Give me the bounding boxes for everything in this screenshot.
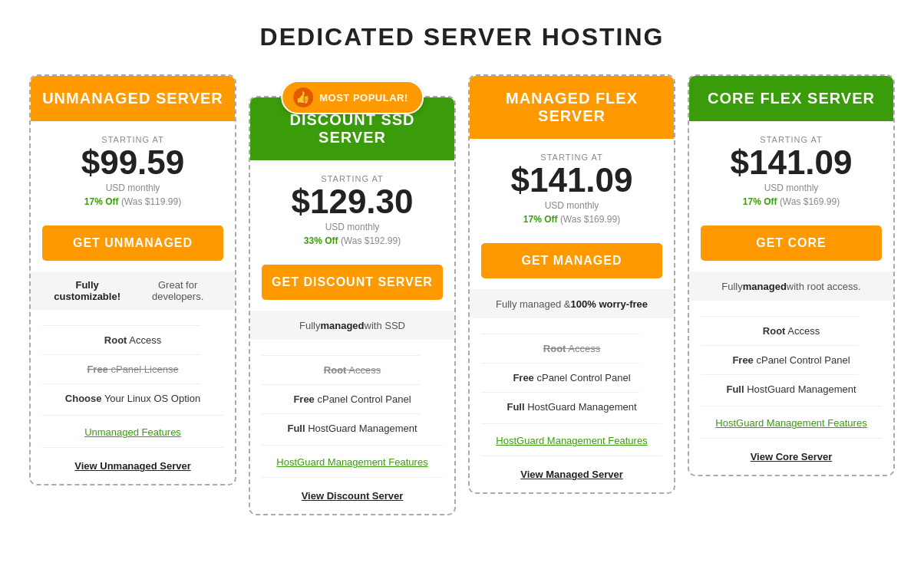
feature-divider	[481, 363, 639, 364]
thumb-icon: 👍	[293, 87, 313, 107]
features-list-managed: Root AccessFree cPanel Control PanelFull…	[470, 318, 674, 420]
discount-pct: 17% Off	[523, 214, 558, 225]
price-value: $141.09	[697, 144, 886, 181]
discount-was: (Was $192.99)	[341, 235, 401, 246]
feature-divider	[701, 316, 859, 317]
discount-info: 17% Off (Was $169.99)	[697, 196, 886, 207]
feature-divider	[42, 354, 200, 355]
popular-label: MOST POPULAR!	[319, 92, 408, 104]
pricing-section-core: STARTING AT $141.09 USD monthly 17% Off …	[689, 121, 893, 215]
feature-divider	[262, 413, 420, 414]
view-link-discount[interactable]: View Discount Server	[294, 481, 411, 514]
page-title: DEDICATED SERVER HOSTING	[260, 23, 665, 51]
most-popular-badge: 👍MOST POPULAR!	[281, 81, 424, 114]
feature-item: Free cPanel License	[42, 364, 223, 375]
card-header-core: CORE FLEX SERVER	[689, 76, 893, 121]
tagline-core: Fully managed with root access.	[689, 271, 893, 301]
view-link-divider	[262, 477, 443, 478]
usd-monthly-label: USD monthly	[38, 183, 227, 193]
view-link-managed[interactable]: View Managed Server	[513, 459, 630, 492]
features-link-divider	[481, 423, 662, 424]
feature-item: Full HostGuard Management	[701, 383, 882, 395]
view-link-core[interactable]: View Core Server	[743, 442, 840, 475]
feature-item: Root Access	[701, 325, 882, 337]
features-list-unmanaged: Root AccessFree cPanel LicenseChoose You…	[31, 310, 235, 412]
discount-info: 17% Off (Was $119.99)	[38, 196, 227, 207]
features-list-discount: Root AccessFree cPanel Control PanelFull…	[250, 340, 454, 442]
view-link-divider	[481, 456, 662, 456]
features-link-divider	[262, 445, 443, 446]
features-link-divider	[701, 406, 882, 406]
feature-divider	[262, 355, 420, 356]
features-link-discount[interactable]: HostGuard Management Features	[276, 456, 427, 468]
pricing-card-managed: MANAGED FLEX SERVER STARTING AT $141.09 …	[468, 74, 675, 494]
card-header-managed: MANAGED FLEX SERVER	[470, 76, 674, 139]
feature-item: Full HostGuard Management	[481, 401, 662, 413]
discount-pct: 17% Off	[743, 196, 777, 207]
feature-item: Full HostGuard Management	[262, 423, 443, 434]
feature-divider	[481, 392, 639, 393]
feature-divider	[481, 334, 639, 334]
tagline-unmanaged: Fully customizable! Great for developers…	[31, 271, 235, 310]
feature-divider	[42, 325, 200, 326]
view-link-divider	[701, 438, 882, 439]
discount-info: 33% Off (Was $192.99)	[258, 235, 447, 246]
feature-divider	[701, 374, 859, 375]
discount-info: 17% Off (Was $169.99)	[477, 214, 666, 225]
view-link-unmanaged[interactable]: View Unmanaged Server	[67, 451, 199, 484]
pricing-section-managed: STARTING AT $141.09 USD monthly 17% Off …	[470, 139, 674, 232]
pricing-section-unmanaged: STARTING AT $99.59 USD monthly 17% Off (…	[31, 121, 235, 215]
pricing-card-discount: 👍MOST POPULAR!DISCOUNT SSD SERVER STARTI…	[249, 96, 456, 515]
discount-was: (Was $119.99)	[121, 196, 181, 207]
get-button-unmanaged[interactable]: GET UNMANAGED	[42, 225, 223, 261]
feature-divider	[42, 383, 200, 384]
usd-monthly-label: USD monthly	[697, 183, 886, 193]
price-value: $141.09	[477, 162, 666, 199]
feature-divider	[701, 345, 859, 346]
feature-item: Choose Your Linux OS Option	[42, 393, 223, 404]
discount-was: (Was $169.99)	[560, 214, 620, 225]
get-button-managed[interactable]: GET MANAGED	[481, 243, 662, 278]
features-link-core[interactable]: HostGuard Management Features	[715, 417, 866, 429]
feature-item: Root Access	[42, 334, 223, 346]
get-button-discount[interactable]: GET DISCOUNT SERVER	[262, 265, 443, 300]
pricing-card-unmanaged: UNMANAGED SERVER STARTING AT $99.59 USD …	[29, 74, 236, 485]
feature-item: Root Access	[262, 364, 443, 376]
usd-monthly-label: USD monthly	[477, 200, 666, 211]
price-value: $99.59	[38, 144, 227, 181]
pricing-cards: UNMANAGED SERVER STARTING AT $99.59 USD …	[17, 74, 907, 515]
tagline-managed: Fully managed & 100% worry-free	[470, 289, 674, 318]
features-link-managed[interactable]: HostGuard Management Features	[496, 435, 647, 446]
features-link-unmanaged[interactable]: Unmanaged Features	[84, 426, 181, 438]
feature-item: Free cPanel Control Panel	[701, 354, 882, 366]
card-header-unmanaged: UNMANAGED SERVER	[31, 76, 235, 121]
features-list-core: Root AccessFree cPanel Control PanelFull…	[689, 301, 893, 403]
pricing-card-core: CORE FLEX SERVER STARTING AT $141.09 USD…	[688, 74, 895, 476]
feature-divider	[262, 384, 420, 385]
tagline-discount: Fully managed with SSD	[250, 311, 454, 340]
discount-pct: 33% Off	[304, 235, 338, 246]
feature-item: Root Access	[481, 343, 662, 354]
features-link-divider	[42, 415, 223, 416]
discount-pct: 17% Off	[84, 196, 119, 207]
pricing-section-discount: STARTING AT $129.30 USD monthly 33% Off …	[250, 160, 454, 254]
price-value: $129.30	[258, 183, 447, 220]
get-button-core[interactable]: GET CORE	[701, 225, 882, 261]
discount-was: (Was $169.99)	[780, 196, 840, 207]
feature-item: Free cPanel Control Panel	[262, 393, 443, 405]
view-link-divider	[42, 447, 223, 448]
feature-item: Free cPanel Control Panel	[481, 372, 662, 383]
usd-monthly-label: USD monthly	[258, 222, 447, 232]
